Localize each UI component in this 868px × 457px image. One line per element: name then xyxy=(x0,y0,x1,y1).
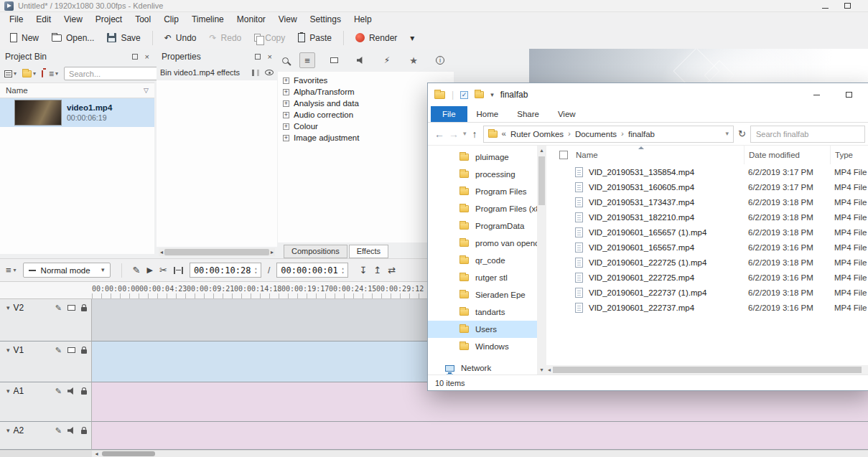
filter-funnel-icon[interactable] xyxy=(144,88,149,94)
collapse-track-icon[interactable] xyxy=(6,347,10,354)
explorer-minimize-button[interactable] xyxy=(801,83,833,106)
effects-favorites-button[interactable] xyxy=(406,52,421,68)
mix-clips-icon[interactable] xyxy=(359,265,367,275)
search-icon[interactable] xyxy=(282,57,289,64)
edit-tool-icon[interactable] xyxy=(133,265,141,275)
back-icon[interactable] xyxy=(434,129,444,139)
dock-float-icon[interactable] xyxy=(255,54,261,60)
collapse-track-icon[interactable] xyxy=(6,388,10,395)
kdenlive-minimize-button[interactable] xyxy=(822,1,829,10)
file-row[interactable]: VID_20190601_222737.mp4 6/2/2019 3:16 PM… xyxy=(546,300,868,315)
file-row[interactable]: VID_20190531_135854.mp4 6/2/2019 3:17 PM… xyxy=(546,164,868,179)
column-header-name[interactable]: Name xyxy=(546,146,744,164)
mute-track-icon[interactable] xyxy=(67,387,75,395)
eye-icon[interactable] xyxy=(265,70,274,75)
up-icon[interactable] xyxy=(472,129,477,139)
menu-tool[interactable]: Tool xyxy=(129,13,157,26)
bin-menu-button[interactable] xyxy=(49,70,58,78)
track-a2-lane[interactable] xyxy=(92,422,868,450)
sidebar-item-pluimage[interactable]: pluimage xyxy=(428,149,537,166)
sidebar-item-users[interactable]: Users xyxy=(428,321,537,338)
ribbon-tab-share[interactable]: Share xyxy=(508,106,549,122)
track-a1-header[interactable]: A1 xyxy=(0,382,92,422)
file-row[interactable]: VID_20190601_222725.mp4 6/2/2019 3:16 PM… xyxy=(546,270,868,285)
spin-down-icon[interactable] xyxy=(254,270,257,275)
scroll-right-icon[interactable] xyxy=(271,250,274,255)
bin-view-mode-button[interactable] xyxy=(4,70,17,77)
recent-locations-chevron[interactable] xyxy=(463,131,467,137)
sidebar-item-rutger-stl[interactable]: rutger stl xyxy=(428,269,537,286)
dock-close-icon[interactable] xyxy=(268,53,272,61)
file-row[interactable]: VID_20190601_165657 (1).mp4 6/2/2019 3:1… xyxy=(546,225,868,240)
track-effects-icon[interactable] xyxy=(55,387,62,395)
timeline-settings-button[interactable] xyxy=(6,265,17,275)
quickaccess-new-folder-icon[interactable] xyxy=(475,91,484,98)
sidebar-item-program-files[interactable]: Program Files xyxy=(428,183,537,200)
tab-effects[interactable]: Effects xyxy=(349,245,388,258)
ribbon-tab-file[interactable]: File xyxy=(431,106,467,122)
sidebar-item-windows[interactable]: Windows xyxy=(428,338,537,355)
file-row[interactable]: VID_20190531_160605.mp4 6/2/2019 3:17 PM… xyxy=(546,179,868,194)
scroll-down-icon[interactable] xyxy=(537,365,546,374)
render-dropdown-button[interactable] xyxy=(404,31,420,45)
edit-mode-dropdown[interactable]: Normal mode xyxy=(23,263,111,278)
dock-close-icon[interactable] xyxy=(145,53,149,61)
scrollbar-thumb[interactable] xyxy=(102,451,155,456)
effects-audio-category-button[interactable] xyxy=(353,52,368,68)
expand-plus-icon[interactable] xyxy=(283,135,289,141)
razor-tool-icon[interactable] xyxy=(159,265,167,275)
tab-compositions[interactable]: Compositions xyxy=(284,245,347,258)
file-row[interactable]: VID_20190601_222725 (1).mp4 6/2/2019 3:1… xyxy=(546,255,868,270)
track-effects-icon[interactable] xyxy=(55,347,62,354)
undo-button[interactable]: Undo xyxy=(159,30,202,46)
column-header-date-modified[interactable]: Date modified xyxy=(744,146,830,164)
delete-clip-icon[interactable] xyxy=(42,70,43,77)
compare-effect-icon[interactable] xyxy=(252,70,259,76)
scrollbar-thumb[interactable] xyxy=(164,249,269,255)
sidebar-item-network[interactable]: Network xyxy=(428,359,537,374)
column-header-type[interactable]: Type xyxy=(830,146,868,164)
effects-custom-category-button[interactable] xyxy=(379,52,395,68)
menu-settings[interactable]: Settings xyxy=(304,13,347,26)
track-effects-icon[interactable] xyxy=(55,427,62,435)
scroll-left-icon[interactable] xyxy=(548,367,551,373)
bin-clip-item[interactable]: video1.mp4 00:00:06:19 xyxy=(0,98,154,127)
address-dropdown-chevron[interactable] xyxy=(726,131,729,137)
lock-icon[interactable] xyxy=(81,390,87,395)
file-row[interactable]: VID_20190531_182210.mp4 6/2/2019 3:18 PM… xyxy=(546,209,868,225)
address-breadcrumb[interactable]: Ruter Oomkes Documents finalfab xyxy=(483,126,734,143)
dock-float-icon[interactable] xyxy=(132,54,138,60)
scrollbar-thumb[interactable] xyxy=(538,156,545,205)
expand-plus-icon[interactable] xyxy=(283,123,289,130)
lock-icon[interactable] xyxy=(81,307,87,311)
timeline-horizontal-scrollbar[interactable] xyxy=(0,450,868,457)
file-row[interactable]: VID_20190531_173437.mp4 6/2/2019 3:18 PM… xyxy=(546,194,868,209)
scroll-left-icon[interactable] xyxy=(160,250,163,255)
quickaccess-customize-chevron[interactable] xyxy=(490,92,494,98)
ribbon-tab-home[interactable]: Home xyxy=(467,106,508,122)
bin-add-button[interactable] xyxy=(22,70,36,77)
expand-plus-icon[interactable] xyxy=(283,112,289,118)
render-button[interactable]: Render xyxy=(350,30,403,46)
insert-zone-icon[interactable] xyxy=(373,265,381,275)
extract-zone-icon[interactable] xyxy=(388,265,396,275)
sidebar-item-sieraden-epe[interactable]: Sieraden Epe xyxy=(428,286,537,303)
scroll-up-icon[interactable] xyxy=(537,146,546,155)
explorer-maximize-button[interactable] xyxy=(833,83,865,106)
menu-clip[interactable]: Clip xyxy=(157,13,185,26)
paste-button[interactable]: Paste xyxy=(292,30,337,46)
menu-timeline[interactable]: Timeline xyxy=(185,13,230,26)
lock-icon[interactable] xyxy=(81,349,87,354)
redo-button[interactable]: Redo xyxy=(203,30,247,46)
breadcrumb-documents[interactable]: Documents xyxy=(575,130,617,138)
menu-view[interactable]: View xyxy=(57,13,89,26)
bin-column-header[interactable]: Name xyxy=(0,83,154,98)
effects-video-category-button[interactable] xyxy=(326,52,342,68)
sidebar-item-promo-van-openc[interactable]: promo van openc xyxy=(428,235,537,252)
new-button[interactable]: New xyxy=(4,30,45,46)
menu-help[interactable]: Help xyxy=(347,13,378,26)
sidebar-item-program-files-x86[interactable]: Program Files (x86 xyxy=(428,200,537,217)
effects-main-category-button[interactable] xyxy=(299,52,315,68)
ribbon-tab-view[interactable]: View xyxy=(549,106,585,122)
file-row[interactable]: VID_20190601_165657.mp4 6/2/2019 3:16 PM… xyxy=(546,240,868,255)
